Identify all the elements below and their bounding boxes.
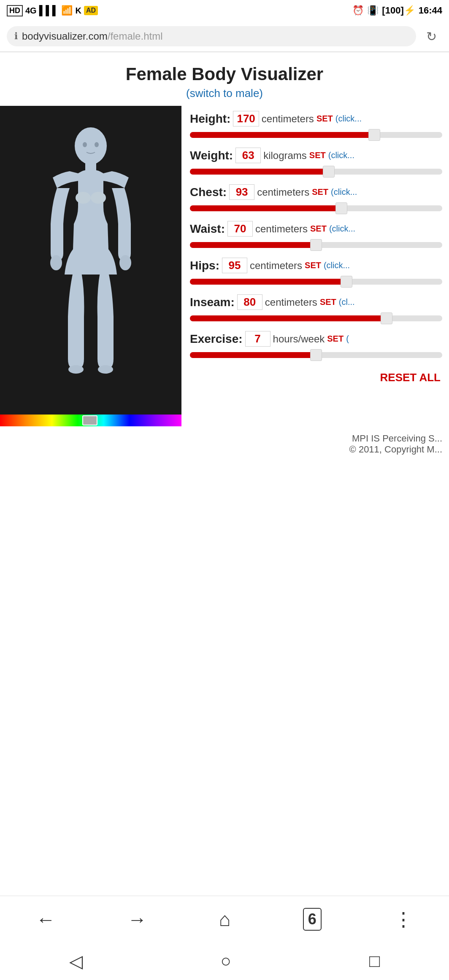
weight-click[interactable]: (click... <box>328 151 354 160</box>
weight-control: Weight: 63 kilograms SET (click... <box>190 148 442 178</box>
waist-slider[interactable] <box>190 239 442 251</box>
menu-button[interactable]: ⋮ <box>385 904 422 935</box>
weight-slider-thumb[interactable] <box>323 166 335 178</box>
footer: MPI IS Perceiving S... © 2011, Copyright… <box>0 426 449 455</box>
svg-point-7 <box>119 255 131 270</box>
sys-back-button[interactable]: ◁ <box>61 947 91 976</box>
height-set[interactable]: SET <box>316 114 333 124</box>
height-control: Height: 170 centimeters SET (click... <box>190 111 442 141</box>
chest-click[interactable]: (click... <box>331 187 357 197</box>
hips-slider-fill <box>190 279 346 285</box>
color-bar[interactable] <box>0 415 181 426</box>
exercise-slider-fill <box>190 352 316 358</box>
weight-unit: kilograms <box>263 150 307 162</box>
exercise-slider-thumb[interactable] <box>310 349 322 361</box>
weight-slider-track <box>190 169 442 175</box>
weight-slider-fill <box>190 169 329 175</box>
status-left: HD 4G ▌▌▌ 📶 K AD <box>7 5 98 16</box>
inseam-value[interactable]: 80 <box>237 294 262 310</box>
exercise-unit: hours/week <box>273 333 325 345</box>
height-click[interactable]: (click... <box>335 114 362 124</box>
inseam-unit: centimeters <box>265 296 317 308</box>
main-area: Height: 170 centimeters SET (click... We… <box>0 106 449 426</box>
inseam-slider-fill <box>190 315 387 321</box>
inseam-set[interactable]: SET <box>320 297 336 307</box>
body-figure-svg <box>36 123 146 409</box>
battery-indicator: [100]⚡ <box>382 5 415 16</box>
hips-slider[interactable] <box>190 276 442 288</box>
color-bar-thumb[interactable] <box>82 415 97 425</box>
chest-slider-thumb[interactable] <box>335 202 347 214</box>
forward-button[interactable]: → <box>119 904 155 935</box>
model-container[interactable] <box>0 106 181 426</box>
height-slider-thumb[interactable] <box>368 129 380 141</box>
svg-point-4 <box>68 365 84 374</box>
body-model <box>0 106 181 426</box>
vibrate-icon: 📳 <box>367 5 379 16</box>
page-title: Female Body Visualizer <box>0 52 449 87</box>
svg-point-5 <box>98 365 113 374</box>
chest-value[interactable]: 93 <box>229 184 254 200</box>
height-slider-fill <box>190 132 374 138</box>
height-label: Height: <box>190 112 230 126</box>
status-bar: HD 4G ▌▌▌ 📶 K AD ⏰ 📳 [100]⚡ 16:44 <box>0 0 449 21</box>
inseam-slider-track <box>190 315 442 321</box>
weight-slider[interactable] <box>190 166 442 178</box>
hips-slider-thumb[interactable] <box>341 276 352 288</box>
weight-value[interactable]: 63 <box>235 148 261 163</box>
url-bar[interactable]: ℹ bodyvisualizer.com/female.html <box>7 26 416 46</box>
waist-value[interactable]: 70 <box>227 221 253 237</box>
switch-to-male-link[interactable]: (switch to male) <box>0 87 449 106</box>
waist-set[interactable]: SET <box>310 224 327 234</box>
svg-point-8 <box>83 142 87 147</box>
chest-set[interactable]: SET <box>312 187 328 197</box>
hips-unit: centimeters <box>250 260 302 272</box>
height-value[interactable]: 170 <box>233 111 259 127</box>
waist-slider-thumb[interactable] <box>310 239 322 251</box>
exercise-slider[interactable] <box>190 349 442 361</box>
sys-home-button[interactable]: ○ <box>212 947 240 975</box>
height-slider[interactable] <box>190 129 442 141</box>
waist-control: Waist: 70 centimeters SET (click... <box>190 221 442 251</box>
controls-panel: Height: 170 centimeters SET (click... We… <box>181 106 449 389</box>
sys-recent-button[interactable]: □ <box>361 947 388 975</box>
ad-badge: AD <box>84 6 98 15</box>
waist-unit: centimeters <box>255 223 308 235</box>
inseam-slider-thumb[interactable] <box>381 312 392 324</box>
footer-line2: © 2011, Copyright M... <box>0 444 442 455</box>
back-button[interactable]: ← <box>27 904 64 935</box>
waist-click[interactable]: (click... <box>329 224 355 234</box>
inseam-click[interactable]: (cl... <box>339 297 355 307</box>
chest-control: Chest: 93 centimeters SET (click... <box>190 184 442 214</box>
weight-set[interactable]: SET <box>309 151 326 160</box>
chest-slider-track <box>190 205 442 211</box>
svg-point-6 <box>50 255 62 270</box>
exercise-label: Exercise: <box>190 332 243 346</box>
white-space <box>0 455 449 708</box>
waist-slider-track <box>190 242 442 248</box>
system-nav-bar: ◁ ○ □ <box>0 942 449 980</box>
status-right: ⏰ 📳 [100]⚡ 16:44 <box>352 5 442 16</box>
hips-value[interactable]: 95 <box>222 258 247 273</box>
exercise-click[interactable]: ( <box>346 334 349 344</box>
url-domain: bodyvisualizer.com <box>22 30 108 42</box>
reset-all-link[interactable]: RESET ALL <box>380 371 441 384</box>
browser-bar: ℹ bodyvisualizer.com/female.html ↻ <box>0 21 449 51</box>
home-button[interactable]: ⌂ <box>211 904 239 935</box>
inseam-control: Inseam: 80 centimeters SET (cl... <box>190 294 442 324</box>
alarm-icon: ⏰ <box>352 5 364 16</box>
svg-point-2 <box>76 192 91 204</box>
reset-all-container: RESET ALL <box>190 368 442 384</box>
exercise-set[interactable]: SET <box>327 334 344 344</box>
exercise-value[interactable]: 7 <box>245 331 270 347</box>
tabs-button[interactable]: 6 <box>295 904 330 935</box>
reload-button[interactable]: ↻ <box>420 25 442 47</box>
inseam-slider[interactable] <box>190 312 442 324</box>
chest-slider[interactable] <box>190 202 442 214</box>
exercise-slider-track <box>190 352 442 358</box>
page-content: Female Body Visualizer (switch to male) <box>0 52 449 708</box>
chest-label: Chest: <box>190 186 227 199</box>
hips-click[interactable]: (click... <box>324 261 350 270</box>
svg-point-0 <box>75 127 107 164</box>
hips-set[interactable]: SET <box>305 261 321 270</box>
